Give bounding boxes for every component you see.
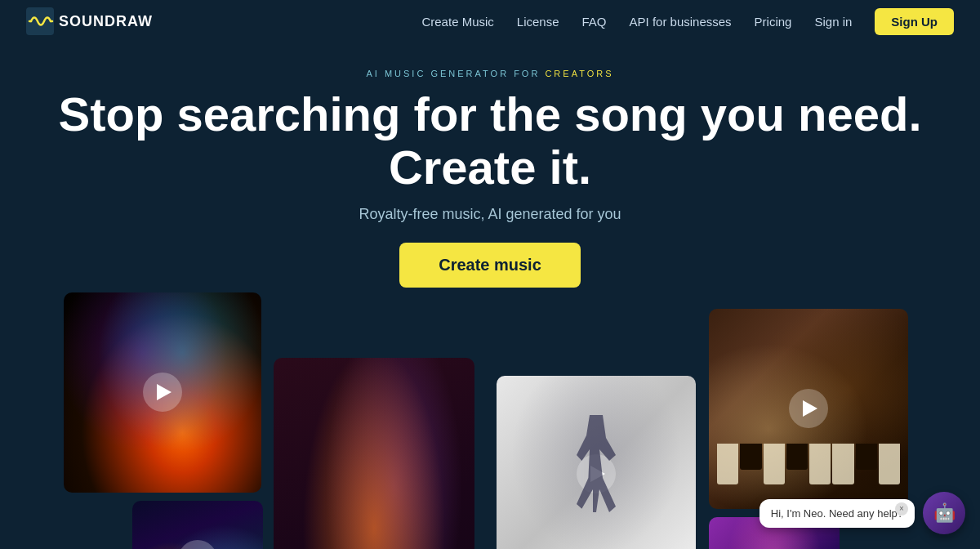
nav-faq[interactable]: FAQ xyxy=(582,15,607,29)
hero-section: AI MUSIC GENERATOR FOR CREATORS Stop sea… xyxy=(0,42,980,301)
hero-title-line2: Create it. xyxy=(389,141,591,194)
concert-card xyxy=(64,292,261,493)
piano-key-4 xyxy=(786,444,808,470)
navbar: SOUNDRAW Create Music License FAQ API fo… xyxy=(0,0,980,42)
city-card xyxy=(132,501,263,549)
piano-key-5 xyxy=(809,444,831,484)
dancer-card xyxy=(497,376,696,549)
piano-key-6 xyxy=(832,444,853,484)
piano-play-button[interactable] xyxy=(789,389,828,428)
hero-tag: AI MUSIC GENERATOR FOR CREATORS xyxy=(16,69,964,78)
hero-tag-highlight: CREATORS xyxy=(545,69,613,78)
logo-text: SOUNDRAW xyxy=(59,13,153,30)
chat-bubble: × Hi, I'm Neo. Need any help? 🤖 xyxy=(760,492,965,534)
chat-avatar[interactable]: 🤖 xyxy=(923,492,965,534)
piano-key-2 xyxy=(740,444,761,470)
logo-link[interactable]: SOUNDRAW xyxy=(26,7,153,35)
nav-pricing[interactable]: Pricing xyxy=(755,15,792,29)
piano-key-8 xyxy=(879,444,900,484)
nav-api[interactable]: API for businesses xyxy=(630,15,732,29)
hero-title-line1: Stop searching for the song you need. xyxy=(59,87,922,141)
piano-keys xyxy=(717,444,900,484)
nav-create-music[interactable]: Create Music xyxy=(421,15,493,29)
nav-signin[interactable]: Sign in xyxy=(814,15,852,29)
signup-button[interactable]: Sign Up xyxy=(875,8,954,35)
hero-title: Stop searching for the song you need. Cr… xyxy=(16,88,964,194)
city-play-button[interactable] xyxy=(178,540,217,549)
chat-close-button[interactable]: × xyxy=(895,502,908,516)
piano-card xyxy=(709,309,908,509)
dancer-play-button[interactable] xyxy=(577,454,616,493)
disco-card xyxy=(274,358,474,549)
piano-key-7 xyxy=(856,444,877,470)
hero-subtitle: Royalty-free music, AI generated for you xyxy=(16,206,964,223)
logo-icon xyxy=(26,7,54,35)
chat-avatar-emoji: 🤖 xyxy=(933,502,956,524)
chat-message-box: × Hi, I'm Neo. Need any help? xyxy=(760,499,915,528)
piano-key-1 xyxy=(717,444,738,484)
chat-message-text: Hi, I'm Neo. Need any help? xyxy=(771,507,903,520)
nav-license[interactable]: License xyxy=(517,15,559,29)
create-music-button[interactable]: Create music xyxy=(399,243,581,288)
piano-key-3 xyxy=(764,444,785,484)
nav-links: Create Music License FAQ API for busines… xyxy=(421,8,954,35)
concert-play-button[interactable] xyxy=(143,373,182,412)
